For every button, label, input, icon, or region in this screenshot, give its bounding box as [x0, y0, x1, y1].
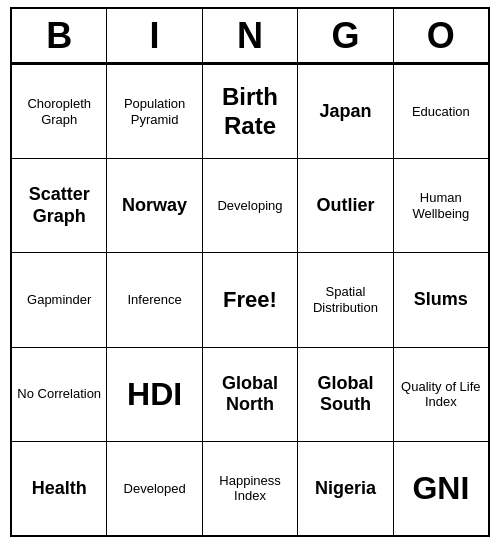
bingo-cell[interactable]: No Correlation: [12, 348, 107, 441]
header-letter: I: [107, 9, 202, 62]
bingo-cell[interactable]: Developed: [107, 442, 202, 535]
bingo-cell[interactable]: Free!: [203, 253, 298, 346]
bingo-cell[interactable]: Japan: [298, 65, 393, 158]
header-letter: B: [12, 9, 107, 62]
bingo-grid: Choropleth GraphPopulation PyramidBirth …: [12, 64, 488, 535]
bingo-cell[interactable]: Global North: [203, 348, 298, 441]
bingo-row: No CorrelationHDIGlobal NorthGlobal Sout…: [12, 347, 488, 441]
bingo-cell[interactable]: Health: [12, 442, 107, 535]
bingo-cell[interactable]: Happiness Index: [203, 442, 298, 535]
bingo-cell[interactable]: Human Wellbeing: [394, 159, 488, 252]
header-letter: N: [203, 9, 298, 62]
bingo-cell[interactable]: Spatial Distribution: [298, 253, 393, 346]
bingo-cell[interactable]: Inference: [107, 253, 202, 346]
bingo-cell[interactable]: Slums: [394, 253, 488, 346]
bingo-cell[interactable]: Nigeria: [298, 442, 393, 535]
bingo-row: HealthDevelopedHappiness IndexNigeriaGNI: [12, 441, 488, 535]
bingo-cell[interactable]: GNI: [394, 442, 488, 535]
bingo-cell[interactable]: Global South: [298, 348, 393, 441]
bingo-cell[interactable]: Gapminder: [12, 253, 107, 346]
bingo-row: Choropleth GraphPopulation PyramidBirth …: [12, 64, 488, 158]
bingo-cell[interactable]: Scatter Graph: [12, 159, 107, 252]
bingo-cell[interactable]: Norway: [107, 159, 202, 252]
bingo-cell[interactable]: Quality of Life Index: [394, 348, 488, 441]
bingo-cell[interactable]: Population Pyramid: [107, 65, 202, 158]
bingo-card: BINGO Choropleth GraphPopulation Pyramid…: [10, 7, 490, 537]
bingo-cell[interactable]: Outlier: [298, 159, 393, 252]
bingo-cell[interactable]: HDI: [107, 348, 202, 441]
header-letter: G: [298, 9, 393, 62]
bingo-cell[interactable]: Choropleth Graph: [12, 65, 107, 158]
bingo-row: GapminderInferenceFree!Spatial Distribut…: [12, 252, 488, 346]
header-letter: O: [394, 9, 488, 62]
bingo-cell[interactable]: Birth Rate: [203, 65, 298, 158]
bingo-cell[interactable]: Developing: [203, 159, 298, 252]
bingo-header: BINGO: [12, 9, 488, 64]
bingo-cell[interactable]: Education: [394, 65, 488, 158]
bingo-row: Scatter GraphNorwayDevelopingOutlierHuma…: [12, 158, 488, 252]
